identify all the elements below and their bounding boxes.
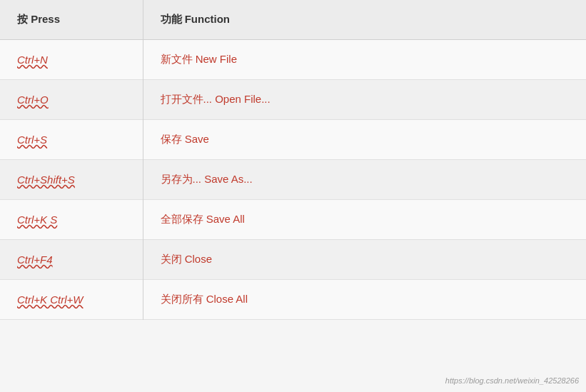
table-row: Ctrl+K S全部保存 Save All bbox=[0, 200, 586, 240]
shortcut-key: Ctrl+Shift+S bbox=[0, 160, 143, 200]
table-row: Ctrl+S保存 Save bbox=[0, 120, 586, 160]
shortcut-function: 另存为... Save As... bbox=[143, 160, 586, 200]
press-column-header: 按 Press bbox=[0, 0, 143, 40]
shortcut-function: 关闭 Close bbox=[143, 240, 586, 280]
table-row: Ctrl+K Ctrl+W关闭所有 Close All bbox=[0, 280, 586, 320]
watermark-text: https://blog.csdn.net/weixin_42528266 bbox=[445, 376, 579, 385]
table-row: Ctrl+Shift+S另存为... Save As... bbox=[0, 160, 586, 200]
shortcut-table-container: 按 Press 功能 Function Ctrl+N新文件 New FileCt… bbox=[0, 0, 586, 392]
shortcut-table: 按 Press 功能 Function Ctrl+N新文件 New FileCt… bbox=[0, 0, 586, 320]
shortcut-key: Ctrl+S bbox=[0, 120, 143, 160]
shortcut-function: 关闭所有 Close All bbox=[143, 280, 586, 320]
shortcut-key: Ctrl+F4 bbox=[0, 240, 143, 280]
shortcut-key: Ctrl+N bbox=[0, 40, 143, 80]
shortcut-key: Ctrl+K Ctrl+W bbox=[0, 280, 143, 320]
shortcut-function: 打开文件... Open File... bbox=[143, 80, 586, 120]
shortcut-key: Ctrl+O bbox=[0, 80, 143, 120]
shortcut-function: 全部保存 Save All bbox=[143, 200, 586, 240]
shortcut-key: Ctrl+K S bbox=[0, 200, 143, 240]
table-header-row: 按 Press 功能 Function bbox=[0, 0, 586, 40]
shortcut-function: 新文件 New File bbox=[143, 40, 586, 80]
table-row: Ctrl+N新文件 New File bbox=[0, 40, 586, 80]
shortcut-function: 保存 Save bbox=[143, 120, 586, 160]
table-row: Ctrl+O打开文件... Open File... bbox=[0, 80, 586, 120]
function-column-header: 功能 Function bbox=[143, 0, 586, 40]
table-row: Ctrl+F4关闭 Close bbox=[0, 240, 586, 280]
